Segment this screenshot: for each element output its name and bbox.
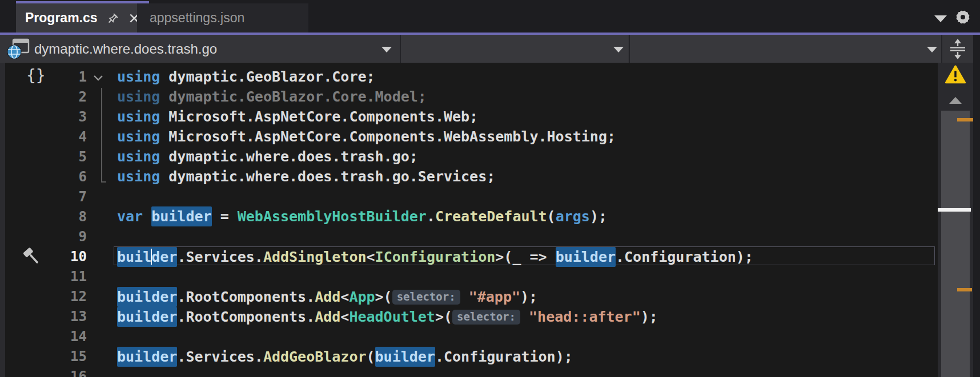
code-token: .Configuration);: [616, 249, 753, 265]
line-number[interactable]: 8: [0, 209, 87, 225]
inline-parameter-hint: selector:: [452, 310, 520, 325]
pin-icon[interactable]: [107, 12, 119, 25]
code-line[interactable]: 3using Microsoft.AspNetCore.Components.W…: [0, 107, 938, 127]
code-token: dymaptic.where.does.trash.go;: [160, 148, 418, 165]
code-line[interactable]: 14: [0, 327, 938, 347]
line-number[interactable]: 1: [0, 69, 87, 85]
code-line[interactable]: 4using Microsoft.AspNetCore.Components.W…: [0, 127, 938, 147]
code-line[interactable]: 15builder.Services.AddGeoBlazor(builder.…: [0, 347, 938, 367]
member-dropdown[interactable]: [630, 35, 941, 63]
code-token: .Services.: [177, 249, 263, 265]
code-line[interactable]: 10builder.Services.AddSingleton<IConfigu…: [0, 247, 938, 267]
tab-label: appsettings.json: [150, 10, 244, 26]
line-number[interactable]: 7: [0, 189, 87, 205]
code-token: dymaptic.GeoBlazor.Core.Model;: [160, 88, 427, 105]
code-editor[interactable]: {} 1using dymaptic.GeoBlazor.Core;2using…: [0, 63, 938, 377]
tab-appsettings-json[interactable]: appsettings.json: [137, 3, 308, 33]
gear-icon[interactable]: [955, 9, 971, 25]
line-number[interactable]: 3: [0, 109, 87, 125]
code-token: .Services.: [177, 348, 263, 365]
line-number[interactable]: 5: [0, 149, 87, 165]
code-token: Add: [315, 309, 340, 325]
line-number[interactable]: 14: [0, 329, 87, 344]
code-line[interactable]: 5using dymaptic.where.does.trash.go;: [0, 147, 938, 167]
code-token: .RootComponents.: [177, 309, 315, 325]
highlighted-symbol: builder: [375, 347, 435, 367]
code-token: >(: [435, 309, 452, 325]
line-number[interactable]: 6: [0, 169, 87, 185]
line-number[interactable]: 16: [0, 368, 87, 377]
code-token: );: [590, 208, 607, 225]
warning-icon[interactable]: [945, 65, 966, 87]
code-token: );: [641, 309, 658, 325]
type-dropdown[interactable]: [401, 35, 628, 63]
code-token: CreateDefault: [435, 208, 547, 225]
code-token: <: [367, 249, 375, 265]
code-token: (: [367, 348, 375, 365]
code-token: IConfiguration: [375, 249, 496, 265]
highlighted-symbol: builder: [117, 247, 177, 267]
caret-position-marker[interactable]: [938, 208, 971, 212]
code-token: .RootComponents.: [177, 289, 315, 305]
code-token: AddSingleton: [263, 249, 367, 265]
code-token: .Configuration);: [435, 348, 573, 365]
code-token: using: [117, 148, 160, 165]
code-line[interactable]: 11: [0, 267, 938, 287]
highlighted-symbol: builder: [117, 307, 177, 327]
code-line[interactable]: 7: [0, 187, 938, 206]
code-token: Microsoft.AspNetCore.Components.Web;: [160, 108, 478, 125]
code-line[interactable]: 1using dymaptic.GeoBlazor.Core;: [0, 67, 938, 87]
code-token: <: [340, 309, 349, 325]
code-text: using Microsoft.AspNetCore.Components.We…: [117, 128, 616, 145]
split-editor-button[interactable]: [942, 35, 973, 63]
warning-marker[interactable]: [957, 118, 973, 121]
code-line[interactable]: 13builder.RootComponents.Add<HeadOutlet>…: [0, 307, 938, 327]
project-dropdown[interactable]: dymaptic.where.does.trash.go: [0, 35, 400, 63]
vertical-scrollbar[interactable]: [938, 63, 973, 377]
highlighted-symbol: builder: [556, 247, 616, 267]
line-number[interactable]: 15: [0, 348, 87, 364]
code-text: using dymaptic.where.does.trash.go.Servi…: [117, 168, 495, 185]
line-number[interactable]: 12: [0, 289, 87, 305]
line-number[interactable]: 10: [0, 249, 87, 265]
code-token: AddGeoBlazor: [263, 348, 367, 365]
code-token: "head::after": [529, 309, 641, 325]
web-project-icon: [6, 38, 31, 60]
code-token: >(: [375, 289, 392, 305]
code-token: [520, 309, 529, 325]
line-number[interactable]: 2: [0, 89, 87, 105]
code-text: builder.RootComponents.Add<HeadOutlet>(s…: [117, 309, 658, 325]
tab-label: Program.cs: [25, 10, 98, 26]
highlighted-symbol: builder: [151, 206, 211, 226]
code-token: (: [547, 208, 556, 225]
code-line[interactable]: 8var builder = WebAssemblyHostBuilder.Cr…: [0, 206, 938, 226]
chevron-down-icon: [927, 47, 937, 52]
code-token: args: [556, 208, 590, 225]
code-text: using dymaptic.GeoBlazor.Core;: [117, 68, 375, 85]
chevron-down-icon: [381, 47, 392, 52]
code-token: using: [117, 128, 160, 145]
code-line[interactable]: 6using dymaptic.where.does.trash.go.Serv…: [0, 167, 938, 187]
code-text: builder.RootComponents.Add<App>(selector…: [117, 289, 537, 305]
line-number[interactable]: 4: [0, 129, 87, 145]
code-token: >(_ =>: [495, 249, 555, 265]
line-number[interactable]: 11: [0, 269, 87, 285]
code-line[interactable]: 9: [0, 227, 938, 247]
tab-program-cs[interactable]: Program.cs: [16, 1, 149, 33]
code-token: var: [117, 208, 143, 225]
line-number[interactable]: 13: [0, 309, 87, 325]
code-token: App: [349, 289, 375, 305]
line-number[interactable]: 9: [0, 229, 87, 245]
code-token: dymaptic.GeoBlazor.Core;: [160, 68, 375, 85]
code-line[interactable]: 16: [0, 367, 938, 377]
code-line[interactable]: 2using dymaptic.GeoBlazor.Core.Model;: [0, 87, 938, 107]
code-token: .: [427, 208, 435, 225]
scroll-up-arrow[interactable]: [949, 97, 962, 104]
code-token: using: [117, 168, 160, 185]
tab-list-chevron-down-icon[interactable]: [934, 15, 947, 22]
scrollbar-thumb[interactable]: [941, 111, 970, 377]
code-token: using: [117, 88, 160, 105]
warning-marker[interactable]: [957, 288, 972, 291]
code-line[interactable]: 12builder.RootComponents.Add<App>(select…: [0, 287, 938, 307]
code-text: builder.Services.AddGeoBlazor(builder.Co…: [117, 348, 573, 365]
